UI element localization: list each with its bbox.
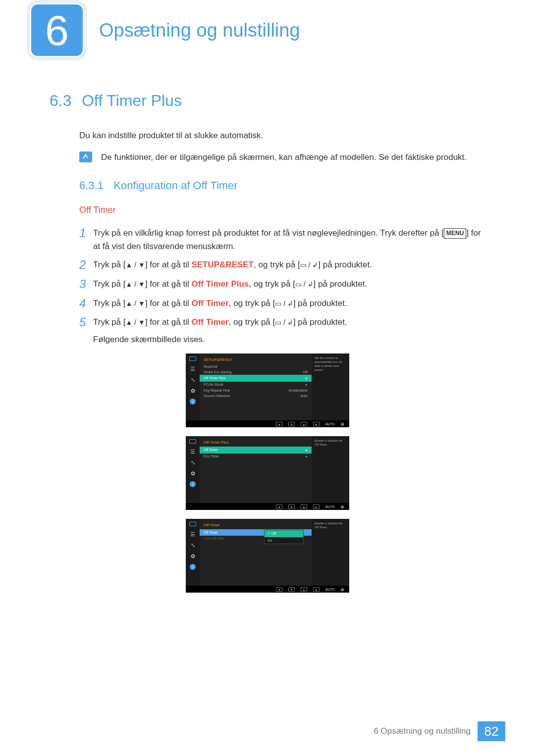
subsection-number: 6.3.1 bbox=[79, 179, 104, 192]
osd-navbar: ◂ ▾ ▴ ▸ AUTO ⏻ bbox=[186, 586, 349, 593]
nav-auto-label: AUTO bbox=[325, 505, 335, 508]
nav-right-icon: ▸ bbox=[313, 422, 320, 426]
popup-option-selected: ✓ Off bbox=[265, 530, 303, 537]
nav-left-icon: ◂ bbox=[276, 587, 282, 592]
nav-down-icon: ▾ bbox=[288, 504, 295, 509]
step-text: Tryk på [▲ / ▼] for at gå til SETUP&RESE… bbox=[93, 258, 372, 271]
power-icon: ⏻ bbox=[341, 422, 344, 426]
osd-help-text: Enable or disable the Off Timer. bbox=[312, 436, 349, 503]
ok-enter-icon: ▭ / ↲ bbox=[300, 261, 319, 269]
osd-title: Off Timer bbox=[200, 522, 312, 529]
nav-left-icon: ◂ bbox=[276, 422, 282, 426]
resize-icon: ⤡ bbox=[189, 377, 197, 383]
step-text: Tryk på en vilkårlig knap forrest på pro… bbox=[93, 226, 485, 253]
page-footer: 6 Opsætning og nulstilling 82 bbox=[374, 721, 505, 741]
info-icon: i bbox=[190, 399, 196, 404]
nav-down-icon: ▾ bbox=[288, 422, 295, 426]
section-number: 6.3 bbox=[50, 92, 71, 110]
nav-auto-label: AUTO bbox=[325, 422, 335, 426]
resize-icon: ⤡ bbox=[189, 542, 197, 548]
ok-enter-icon: ▭ / ↲ bbox=[275, 300, 293, 307]
step-2: 2 Tryk på [▲ / ▼] for at gå til SETUP&RE… bbox=[79, 258, 485, 272]
ok-enter-icon: ▭ / ↲ bbox=[295, 280, 314, 288]
osd-row: Reset All bbox=[200, 364, 312, 369]
resize-icon: ⤡ bbox=[189, 459, 197, 465]
footer-chapter-label: 6 Opsætning og nulstilling bbox=[374, 726, 471, 736]
osd-sidebar: ☰ ⤡ ✿ i bbox=[186, 353, 200, 420]
ok-enter-icon: ▭ / ↲ bbox=[275, 319, 293, 327]
note-row: De funktioner, der er tilgængelige på sk… bbox=[79, 151, 485, 163]
nav-up-icon: ▴ bbox=[301, 587, 307, 592]
nav-up-icon: ▴ bbox=[301, 422, 307, 426]
nav-down-icon: ▾ bbox=[288, 587, 295, 592]
step-text: Tryk på [▲ / ▼] for at gå til Off Timer,… bbox=[93, 315, 347, 329]
osd-main: SETUP&RESET Reset All Smart Eco SavingOf… bbox=[200, 353, 312, 420]
up-down-icon: ▲ / ▼ bbox=[126, 261, 145, 269]
osd-help-text: Enable or disable the Off Timer. bbox=[312, 519, 349, 586]
subsection-heading: 6.3.1 Konfiguration af Off Timer bbox=[79, 179, 485, 192]
power-icon: ⏻ bbox=[341, 588, 344, 591]
note-text: De funktioner, der er tilgængelige på sk… bbox=[101, 151, 467, 163]
step-number: 3 bbox=[79, 277, 93, 292]
nav-right-icon: ▸ bbox=[313, 504, 320, 509]
osd-screenshot-2: ☰ ⤡ ✿ i Off Timer Plus Off Timer▸ Eco Ti… bbox=[186, 436, 349, 510]
list-icon: ☰ bbox=[189, 449, 197, 454]
intro-paragraph: Du kan indstille produktet til at slukke… bbox=[79, 130, 485, 142]
subsection-title: Konfiguration af Off Timer bbox=[113, 179, 237, 192]
osd-main: Off Timer Off Timer Turn Off After ✓ Off… bbox=[200, 519, 312, 586]
step-number: 4 bbox=[79, 297, 93, 311]
step-number: 5 bbox=[79, 315, 93, 330]
nav-auto-label: AUTO bbox=[325, 588, 335, 591]
info-icon: i bbox=[190, 564, 196, 570]
osd-title: Off Timer Plus bbox=[200, 439, 312, 447]
osd-title: SETUP&RESET bbox=[200, 356, 312, 364]
monitor-icon bbox=[189, 356, 196, 361]
osd-row: Key Repeat TimeAcceleration bbox=[200, 388, 312, 393]
osd-row: PC/AV Mode▸ bbox=[200, 382, 312, 388]
osd-navbar: ◂ ▾ ▴ ▸ AUTO ⏻ bbox=[186, 503, 349, 510]
page-number: 82 bbox=[478, 721, 505, 741]
osd-row-highlight: Off Timer Plus▸ bbox=[200, 375, 312, 382]
menu-button-label: MENU bbox=[444, 228, 466, 239]
monitor-icon bbox=[189, 439, 196, 444]
chapter-number-badge: 6 bbox=[30, 3, 84, 57]
section-title: Off Timer Plus bbox=[82, 92, 182, 110]
power-icon: ⏻ bbox=[341, 505, 344, 508]
osd-row-highlight: Off Timer▸ bbox=[200, 447, 312, 454]
osd-row: Smart Eco SavingOff bbox=[200, 369, 312, 375]
popup-option: On bbox=[265, 537, 303, 544]
up-down-icon: ▲ / ▼ bbox=[126, 280, 145, 288]
gear-icon: ✿ bbox=[189, 553, 197, 559]
gear-icon: ✿ bbox=[189, 388, 197, 394]
osd-screenshot-1: ☰ ⤡ ✿ i SETUP&RESET Reset All Smart Eco … bbox=[186, 353, 349, 427]
osd-sidebar: ☰ ⤡ ✿ i bbox=[186, 519, 200, 586]
info-icon: i bbox=[190, 481, 196, 487]
nav-left-icon: ◂ bbox=[276, 504, 282, 509]
step-4: 4 Tryk på [▲ / ▼] for at gå til Off Time… bbox=[79, 297, 485, 311]
osd-sidebar: ☰ ⤡ ✿ i bbox=[186, 436, 200, 503]
step-5: 5 Tryk på [▲ / ▼] for at gå til Off Time… bbox=[79, 315, 485, 330]
step-number: 2 bbox=[79, 258, 93, 272]
list-icon: ☰ bbox=[189, 531, 197, 537]
step-follow-text: Følgende skærmbillede vises. bbox=[93, 335, 485, 345]
up-down-icon: ▲ / ▼ bbox=[126, 319, 145, 327]
nav-up-icon: ▴ bbox=[301, 504, 307, 509]
chapter-number: 6 bbox=[45, 6, 69, 55]
list-icon: ☰ bbox=[189, 366, 197, 372]
monitor-icon bbox=[189, 522, 196, 526]
osd-help-text: Set the monitor to automatically turn of… bbox=[312, 353, 349, 420]
nav-right-icon: ▸ bbox=[313, 587, 320, 592]
osd-screenshot-3: ☰ ⤡ ✿ i Off Timer Off Timer Turn Off Aft… bbox=[186, 519, 349, 593]
sub-heading: Off Timer bbox=[79, 205, 485, 215]
osd-row: Source DetectionAuto bbox=[200, 393, 312, 399]
step-3: 3 Tryk på [▲ / ▼] for at gå til Off Time… bbox=[79, 277, 485, 292]
step-text: Tryk på [▲ / ▼] for at gå til Off Timer,… bbox=[93, 297, 347, 310]
osd-row: Eco Timer▸ bbox=[200, 454, 312, 459]
osd-popup: ✓ Off On bbox=[264, 530, 304, 544]
step-number: 1 bbox=[79, 226, 93, 241]
step-1: 1 Tryk på en vilkårlig knap forrest på p… bbox=[79, 226, 485, 253]
chapter-title: Opsætning og nulstilling bbox=[99, 20, 300, 41]
section-heading: 6.3 Off Timer Plus bbox=[50, 92, 485, 110]
step-text: Tryk på [▲ / ▼] for at gå til Off Timer … bbox=[93, 277, 367, 291]
gear-icon: ✿ bbox=[189, 470, 197, 476]
